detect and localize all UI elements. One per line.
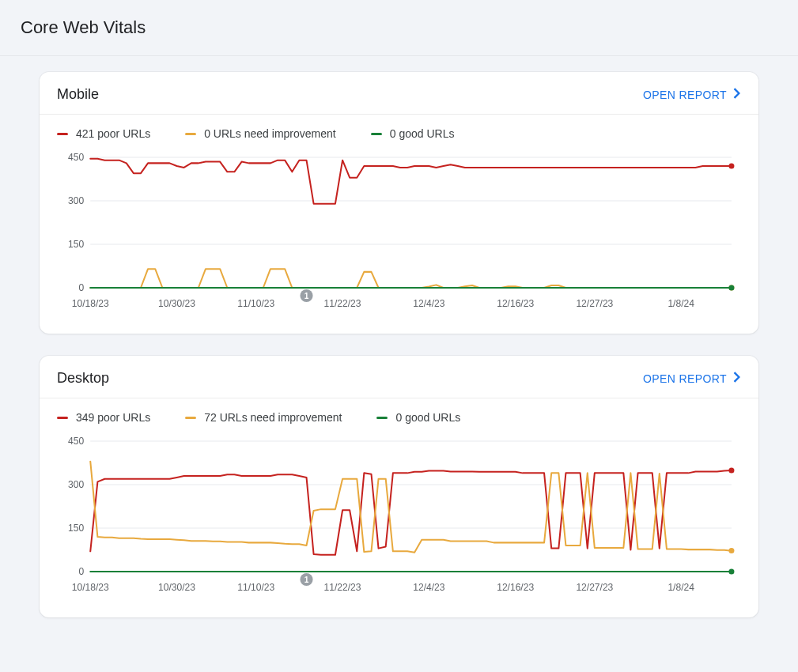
svg-text:10/30/23: 10/30/23	[158, 298, 195, 309]
svg-point-39	[728, 569, 734, 575]
svg-text:0: 0	[78, 282, 84, 293]
svg-text:12/4/23: 12/4/23	[413, 298, 444, 309]
open-report-mobile[interactable]: OPEN REPORT	[643, 88, 741, 101]
chevron-right-icon	[733, 372, 741, 385]
legend-swatch-need	[185, 133, 196, 135]
svg-text:1/8/24: 1/8/24	[668, 298, 694, 309]
svg-point-37	[728, 468, 734, 474]
page-title: Core Web Vitals	[21, 17, 777, 38]
legend-label: 0 good URLs	[390, 127, 455, 140]
open-report-label: OPEN REPORT	[643, 372, 727, 385]
svg-text:12/16/23: 12/16/23	[497, 298, 534, 309]
svg-point-38	[728, 548, 734, 553]
legend-swatch-poor	[57, 133, 68, 135]
desktop-chart-wrap: 015030045010/18/2310/30/2311/10/2311/22/…	[40, 432, 758, 617]
open-report-label: OPEN REPORT	[643, 89, 727, 101]
legend-label: 0 good URLs	[395, 411, 460, 424]
legend-item-good: 0 good URLs	[371, 127, 455, 140]
svg-text:11/22/23: 11/22/23	[324, 298, 361, 309]
svg-point-16	[728, 164, 734, 169]
legend-item-poor: 421 poor URLs	[57, 127, 150, 140]
legend-swatch-good	[376, 417, 388, 419]
svg-text:12/4/23: 12/4/23	[413, 582, 444, 593]
desktop-card: Desktop OPEN REPORT 349 poor URLs 72 URL…	[40, 356, 758, 617]
svg-text:150: 150	[68, 523, 84, 534]
legend-item-need: 0 URLs need improvement	[185, 127, 336, 140]
mobile-chart-wrap: 015030045010/18/2310/30/2311/10/2311/22/…	[40, 148, 758, 334]
chevron-right-icon	[733, 88, 741, 101]
svg-text:450: 450	[68, 152, 84, 163]
legend-label: 72 URLs need improvement	[204, 411, 342, 424]
svg-text:11/22/23: 11/22/23	[324, 582, 361, 593]
svg-text:300: 300	[68, 479, 84, 490]
svg-text:12/27/23: 12/27/23	[576, 582, 613, 593]
svg-text:10/18/23: 10/18/23	[72, 582, 109, 593]
svg-text:12/16/23: 12/16/23	[497, 582, 534, 593]
mobile-card: Mobile OPEN REPORT 421 poor URLs 0 URLs …	[40, 72, 758, 334]
svg-text:150: 150	[68, 239, 84, 250]
legend-label: 421 poor URLs	[76, 127, 150, 140]
svg-text:300: 300	[68, 195, 84, 206]
desktop-card-header: Desktop OPEN REPORT	[40, 356, 758, 398]
svg-text:450: 450	[68, 436, 84, 447]
content-area: Mobile OPEN REPORT 421 poor URLs 0 URLs …	[0, 56, 798, 671]
svg-text:10/30/23: 10/30/23	[158, 582, 195, 593]
mobile-chart[interactable]: 015030045010/18/2310/30/2311/10/2311/22/…	[57, 153, 741, 319]
svg-text:11/10/23: 11/10/23	[237, 298, 274, 309]
svg-text:1: 1	[304, 576, 309, 584]
desktop-chart[interactable]: 015030045010/18/2310/30/2311/10/2311/22/…	[57, 436, 741, 603]
page-header: Core Web Vitals	[0, 0, 798, 56]
svg-text:1/8/24: 1/8/24	[668, 582, 694, 593]
mobile-legend: 421 poor URLs 0 URLs need improvement 0 …	[40, 115, 758, 148]
legend-label: 0 URLs need improvement	[204, 127, 336, 140]
legend-swatch-good	[371, 133, 382, 135]
mobile-card-header: Mobile OPEN REPORT	[40, 72, 758, 115]
legend-item-good: 0 good URLs	[376, 411, 460, 424]
legend-item-poor: 349 poor URLs	[57, 411, 150, 424]
mobile-title: Mobile	[57, 86, 99, 103]
desktop-legend: 349 poor URLs 72 URLs need improvement 0…	[40, 398, 758, 432]
desktop-title: Desktop	[57, 370, 109, 387]
svg-text:10/18/23: 10/18/23	[72, 298, 109, 309]
legend-label: 349 poor URLs	[76, 411, 150, 424]
svg-point-18	[728, 285, 734, 290]
svg-text:1: 1	[304, 292, 309, 300]
legend-item-need: 72 URLs need improvement	[185, 411, 342, 424]
open-report-desktop[interactable]: OPEN REPORT	[643, 372, 741, 385]
svg-text:12/27/23: 12/27/23	[576, 298, 613, 309]
legend-swatch-need	[185, 417, 196, 419]
svg-text:0: 0	[78, 566, 84, 577]
svg-text:11/10/23: 11/10/23	[237, 582, 274, 593]
legend-swatch-poor	[57, 417, 68, 419]
